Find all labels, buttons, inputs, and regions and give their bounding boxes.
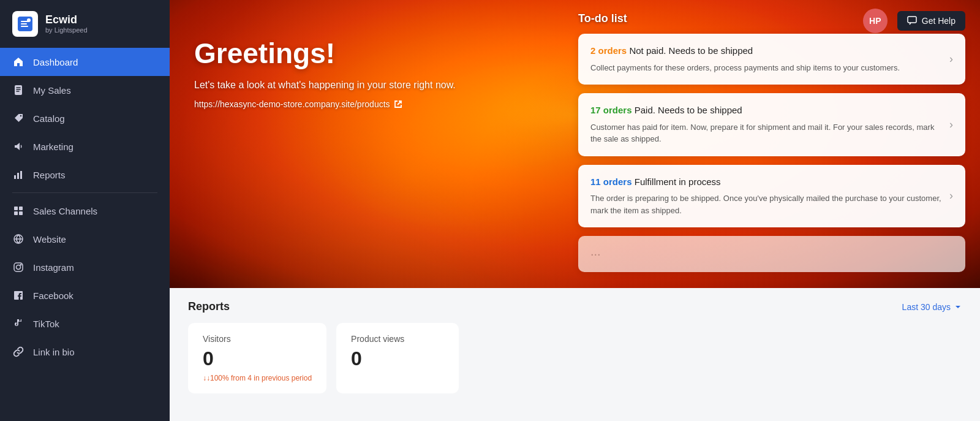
sidebar-nav: Dashboard My Sales Catalog Marketing <box>0 48 170 421</box>
sidebar: Ecwid by Lightspeed Dashboard My Sales C… <box>0 0 170 421</box>
todo-title-rest-3: Fulfillment in process <box>635 176 721 187</box>
todo-card-content-2: 17 orders Paid. Needs to be shipped Cust… <box>590 104 942 145</box>
todo-card-desc-3: The order is preparing to be shipped. On… <box>590 192 942 216</box>
todo-card-title-2: 17 orders Paid. Needs to be shipped <box>590 104 942 116</box>
reports-cards: Visitors 0 ↓100% from 4 in previous peri… <box>188 323 962 393</box>
avatar: HP <box>863 9 888 33</box>
hero-section: Greetings! Let's take a look at what's h… <box>170 0 980 288</box>
todo-card-title-3: 11 orders Fulfillment in process <box>590 176 942 188</box>
sidebar-item-sales-channels[interactable]: Sales Channels <box>0 197 170 225</box>
todo-title-rest-2: Paid. Needs to be shipped <box>635 105 742 115</box>
svg-rect-6 <box>20 171 22 179</box>
main-content: HP Get Help Greetings! Let's take a look… <box>170 0 980 421</box>
sidebar-item-dashboard[interactable]: Dashboard <box>0 48 170 76</box>
globe-icon <box>12 233 24 245</box>
logo-subtitle: by Lightspeed <box>45 26 88 34</box>
hero-link[interactable]: https://hexasync-demo-store.company.site… <box>194 99 482 109</box>
sidebar-item-label: Dashboard <box>33 57 78 67</box>
sidebar-item-label: My Sales <box>33 85 71 96</box>
todo-card-content-3: 11 orders Fulfillment in process The ord… <box>590 176 942 217</box>
svg-point-3 <box>20 115 21 116</box>
sidebar-item-label: Catalog <box>33 113 65 124</box>
reports-title: Reports <box>188 300 230 313</box>
svg-rect-4 <box>14 175 16 179</box>
sidebar-item-label: Instagram <box>33 262 74 273</box>
todo-dots: ··· <box>590 247 603 261</box>
external-link-icon <box>394 100 402 108</box>
bar-chart-icon <box>12 169 24 181</box>
todo-card-content-1: 2 orders Not paid. Needs to be shipped C… <box>590 45 942 74</box>
sidebar-item-label: Sales Channels <box>33 206 97 216</box>
logo-text: Ecwid by Lightspeed <box>45 14 88 34</box>
svg-rect-9 <box>14 211 18 215</box>
todo-card-3: 11 orders Fulfillment in process The ord… <box>578 165 965 228</box>
svg-rect-10 <box>19 211 23 215</box>
visitors-change: ↓100% from 4 in previous period <box>203 374 312 382</box>
todo-arrow-2[interactable]: › <box>949 118 953 131</box>
logo-area: Ecwid by Lightspeed <box>0 0 170 48</box>
link-icon <box>12 346 24 358</box>
svg-point-14 <box>20 264 21 265</box>
sidebar-item-label: Website <box>33 234 66 245</box>
todo-arrow-1[interactable]: › <box>949 53 953 66</box>
todo-card-title-1: 2 orders Not paid. Needs to be shipped <box>590 45 942 57</box>
hero-content: Greetings! Let's take a look at what's h… <box>170 0 507 127</box>
sidebar-item-label: Reports <box>33 170 66 180</box>
period-label: Last 30 days <box>902 302 951 312</box>
report-card-visitors: Visitors 0 ↓100% from 4 in previous peri… <box>188 323 326 393</box>
todo-arrow-3[interactable]: › <box>949 189 953 202</box>
instagram-icon <box>12 261 24 273</box>
chat-icon <box>907 16 917 26</box>
facebook-icon <box>12 289 24 302</box>
svg-rect-7 <box>14 207 18 210</box>
hero-subtitle: Let's take a look at what's happening in… <box>194 80 482 91</box>
todo-panel: To-do list 2 orders Not paid. Needs to b… <box>564 0 980 288</box>
visitors-label: Visitors <box>203 334 312 344</box>
sidebar-item-link-in-bio[interactable]: Link in bio <box>0 338 170 366</box>
sidebar-item-facebook[interactable]: Facebook <box>0 281 170 309</box>
logo-icon <box>12 11 38 37</box>
sidebar-item-label: Facebook <box>33 290 74 301</box>
period-selector[interactable]: Last 30 days <box>902 302 962 312</box>
todo-count-1: 2 orders <box>590 45 627 56</box>
todo-count-2: 17 orders <box>590 105 632 115</box>
sidebar-item-website[interactable]: Website <box>0 225 170 253</box>
todo-card-desc-1: Collect payments for these orders, proce… <box>590 62 942 74</box>
chevron-down-icon <box>954 303 962 311</box>
hero-link-text: https://hexasync-demo-store.company.site… <box>194 99 390 109</box>
todo-card-2: 17 orders Paid. Needs to be shipped Cust… <box>578 93 965 156</box>
todo-card-desc-2: Customer has paid for item. Now, prepare… <box>590 121 942 145</box>
megaphone-icon <box>12 140 24 153</box>
tag-icon <box>12 112 24 124</box>
reports-header: Reports Last 30 days <box>188 300 962 313</box>
top-bar: HP Get Help <box>848 0 980 42</box>
sidebar-item-my-sales[interactable]: My Sales <box>0 76 170 104</box>
svg-rect-2 <box>15 85 22 95</box>
sidebar-item-reports[interactable]: Reports <box>0 161 170 189</box>
hero-title: Greetings! <box>194 37 482 70</box>
svg-point-1 <box>27 18 31 22</box>
sidebar-item-label: TikTok <box>33 319 59 329</box>
reports-section: Reports Last 30 days Visitors 0 ↓100% fr… <box>170 288 980 421</box>
report-card-product-views: Product views 0 <box>336 323 459 393</box>
todo-count-3: 11 orders <box>590 176 632 187</box>
product-views-value: 0 <box>351 347 444 370</box>
sidebar-item-label: Marketing <box>33 142 74 152</box>
get-help-button[interactable]: Get Help <box>897 11 965 31</box>
svg-point-13 <box>17 265 21 270</box>
todo-card-4-partial: ··· <box>578 236 965 272</box>
nav-divider <box>12 192 157 193</box>
sidebar-item-instagram[interactable]: Instagram <box>0 253 170 281</box>
sidebar-item-catalog[interactable]: Catalog <box>0 104 170 132</box>
home-icon <box>12 56 24 68</box>
svg-rect-8 <box>19 207 23 210</box>
visitors-value: 0 <box>203 347 312 370</box>
receipt-icon <box>12 84 24 96</box>
sidebar-item-tiktok[interactable]: TikTok <box>0 309 170 338</box>
todo-title-rest-1: Not paid. Needs to be shipped <box>629 45 753 56</box>
tiktok-icon <box>12 317 24 330</box>
get-help-label: Get Help <box>922 16 956 26</box>
svg-rect-15 <box>908 17 916 23</box>
sidebar-item-marketing[interactable]: Marketing <box>0 132 170 161</box>
logo-title: Ecwid <box>45 14 88 26</box>
